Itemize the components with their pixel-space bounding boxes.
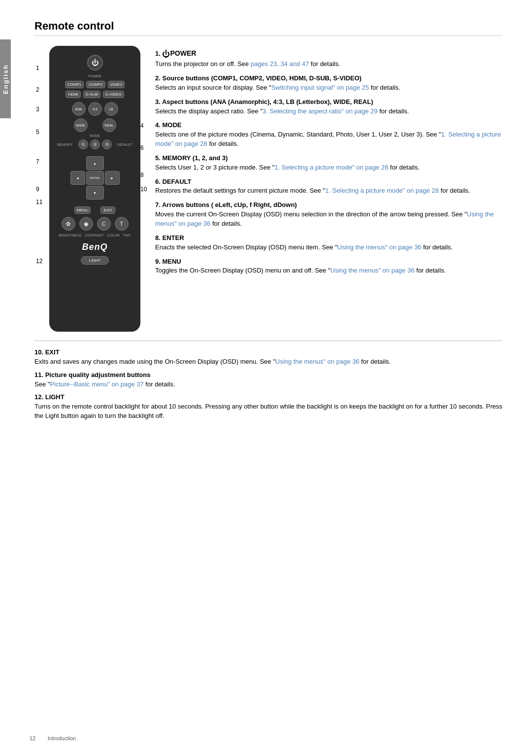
label-6: 6 (140, 144, 144, 151)
comp2-button[interactable]: COMP2 (86, 81, 105, 88)
item-6-link[interactable]: 1. Selecting a picture mode" on page 28 (325, 187, 439, 194)
remote-control: ⏻ POWER COMP1 COMP2 VIDEO HDMI D-SUB S-V… (49, 46, 140, 332)
item-1-link[interactable]: pages 23, 34 and 47 (251, 60, 309, 68)
item-11-body: See "Picture--Basic menu" on page 37 for… (34, 380, 502, 389)
item-3-link[interactable]: 3. Selecting the aspect ratio" on page 2… (263, 107, 378, 115)
item-8-title: ENTER (162, 234, 184, 241)
wide-button[interactable]: WIDE (74, 118, 88, 132)
item-8: 8. ENTER Enacts the selected On-Screen D… (155, 234, 502, 252)
label-11: 11 (36, 199, 42, 206)
label-10: 10 (140, 186, 147, 193)
item-1-title: POWER (170, 49, 196, 57)
item-3-body: Selects the display aspect ratio. See "3… (155, 107, 502, 116)
item-12-title: LIGHT (45, 393, 65, 401)
four3-button[interactable]: 4:3 (88, 102, 102, 116)
contrast-button[interactable]: ◉ (79, 217, 93, 231)
separator (34, 341, 502, 341)
menu-button[interactable]: MENU (74, 206, 91, 214)
item-6: 6. DEFAULT Restores the default settings… (155, 177, 502, 196)
m2-button[interactable]: ② (90, 139, 100, 149)
item-2-link[interactable]: Switching input signal" on page 25 (271, 84, 369, 91)
down-button[interactable]: ▼ (86, 186, 104, 200)
label-5: 5 (36, 129, 39, 136)
item-2: 2. Source buttons (COMP1, COMP2, VIDEO, … (155, 74, 502, 93)
left-button[interactable]: ◄ (70, 171, 85, 185)
item-7: 7. Arrows buttons ( eLeft, cUp, f Right,… (155, 201, 502, 229)
item-5: 5. MEMORY (1, 2, and 3) Selects User 1, … (155, 154, 502, 172)
item-5-title: MEMORY (1, 2, and 3) (162, 154, 228, 162)
item-2-body: Selects an input source for display. See… (155, 83, 502, 93)
lb-button[interactable]: LB (104, 102, 118, 116)
item-8-link[interactable]: Using the menus" on page 36 (337, 243, 422, 251)
m3-button[interactable]: ③ (102, 139, 112, 149)
mode-label: MODE (55, 134, 134, 137)
side-language-tab: English (0, 39, 11, 118)
enter-button[interactable]: ENTER (86, 171, 104, 185)
page-title: Remote control (34, 20, 502, 36)
item-10-link[interactable]: Using the menus" on page 36 (275, 358, 360, 365)
item-6-body: Restores the default settings for curren… (155, 186, 502, 196)
item-7-body: Moves the current On-Screen Display (OSD… (155, 210, 502, 229)
item-1-num: 1. (155, 50, 162, 57)
remote-image-area: 1 2 3 5 7 9 11 12 4 6 8 10 ⏻ POWER (34, 46, 140, 332)
m1-button[interactable]: ① (78, 139, 88, 149)
section-below: 10. EXIT Exits and saves any changes mad… (34, 341, 502, 421)
label-2: 2 (36, 86, 39, 93)
hdmi-button[interactable]: HDMI (66, 91, 80, 98)
up-button[interactable]: ▲ (86, 156, 104, 170)
item-1-body: Turns the projector on or off. See pages… (155, 60, 502, 69)
memory-label: MEMORY (55, 143, 72, 146)
item-8-body: Enacts the selected On-Screen Display (O… (155, 243, 502, 252)
right-button[interactable]: ► (105, 171, 120, 185)
label-4: 4 (140, 122, 144, 129)
item-11: 11. Picture quality adjustment buttons S… (34, 371, 502, 389)
item-4-body: Selects one of the picture modes (Cinema… (155, 130, 502, 149)
item-9-body: Toggles the On-Screen Display (OSD) menu… (155, 266, 502, 275)
item-10: 10. EXIT Exits and saves any changes mad… (34, 348, 502, 367)
item-4: 4. MODE Selects one of the picture modes… (155, 121, 502, 149)
item-10-body: Exits and saves any changes made using t… (34, 357, 502, 367)
power-button[interactable]: ⏻ (87, 55, 103, 70)
dsub-button[interactable]: D-SUB (83, 91, 100, 98)
ana-button[interactable]: ANA (72, 102, 86, 116)
color-button[interactable]: C (97, 217, 111, 231)
light-button[interactable]: LIGHT (81, 256, 109, 265)
item-6-title: DEFAULT (162, 178, 191, 185)
svideo-button[interactable]: S-VIDEO (103, 91, 124, 98)
item-12-body: Turns on the remote control backlight fo… (34, 402, 502, 421)
label-1: 1 (36, 65, 39, 71)
tint-button[interactable]: T (115, 217, 129, 231)
side-tab-label: English (2, 64, 9, 94)
label-7: 7 (36, 158, 39, 165)
label-12: 12 (36, 258, 42, 265)
label-3: 3 (36, 106, 39, 113)
item-1: 1. ⏻POWER Turns the projector on or off.… (155, 48, 502, 69)
item-5-link[interactable]: 1. Selecting a picture mode" on page 28 (274, 164, 388, 171)
item-9-link[interactable]: Using the menus" on page 36 (331, 267, 415, 274)
item-2-title: Source buttons (COMP1, COMP2, VIDEO, HDM… (162, 74, 361, 82)
label-9: 9 (36, 186, 39, 193)
item-3-title: Aspect buttons (ANA (Anamorphic), 4:3, L… (162, 98, 373, 105)
item-12: 12. LIGHT Turns on the remote control ba… (34, 393, 502, 421)
footer-page: 12 (30, 735, 35, 741)
item-9-title: MENU (162, 258, 181, 265)
item-5-body: Selects User 1, 2 or 3 picture mode. See… (155, 163, 502, 172)
footer-section: Introduction (48, 735, 76, 741)
brightness-button[interactable]: ✿ (62, 217, 75, 231)
real-button[interactable]: REAL (102, 118, 116, 132)
exit-button[interactable]: EXIT (100, 206, 115, 214)
item-7-title: Arrows buttons ( eLeft, cUp, f Right, dD… (162, 201, 297, 208)
item-10-title: EXIT (45, 348, 60, 356)
benq-logo: BenQ (55, 242, 134, 252)
item-4-title: MODE (162, 121, 181, 129)
footer: 12 Introduction (30, 735, 76, 741)
descriptions-column: 1. ⏻POWER Turns the projector on or off.… (155, 46, 502, 280)
comp1-button[interactable]: COMP1 (65, 81, 84, 88)
default-label: DEFAULT (117, 143, 134, 146)
item-3: 3. Aspect buttons (ANA (Anamorphic), 4:3… (155, 98, 502, 116)
video-button[interactable]: VIDEO (108, 81, 125, 88)
item-11-title: Picture quality adjustment buttons (45, 371, 151, 378)
label-8: 8 (140, 172, 144, 178)
item-11-link[interactable]: Picture--Basic menu" on page 37 (50, 380, 143, 388)
item-9: 9. MENU Toggles the On-Screen Display (O… (155, 257, 502, 276)
